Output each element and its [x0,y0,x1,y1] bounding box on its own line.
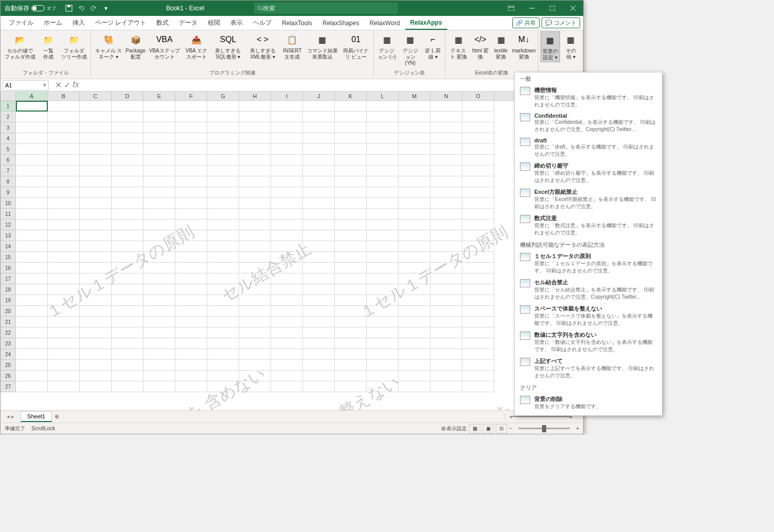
cell[interactable] [303,230,335,241]
cell[interactable] [399,219,430,230]
cell[interactable] [207,166,239,176]
cell[interactable] [303,155,335,166]
cell[interactable] [239,338,271,349]
cell[interactable] [303,371,335,381]
cell[interactable] [48,371,80,381]
cell[interactable] [143,317,175,327]
cell[interactable] [462,122,494,133]
tab-数式[interactable]: 数式 [151,16,174,30]
cell[interactable] [112,122,143,133]
comment-button[interactable]: 💬 コメント [542,17,580,28]
cell[interactable] [367,284,399,295]
cell[interactable] [239,230,271,241]
cell[interactable] [16,263,48,273]
tab-ページ レイアウト[interactable]: ページ レイアウト [90,16,151,30]
cell[interactable] [367,230,399,241]
cell[interactable] [48,122,80,133]
cell[interactable] [462,112,494,122]
cell[interactable] [399,327,430,338]
cell[interactable] [303,241,335,252]
cell[interactable] [143,241,175,252]
cell[interactable] [271,252,303,263]
ribbon-display-icon[interactable] [501,1,521,16]
row-header[interactable]: 25 [1,360,16,371]
cell[interactable] [48,230,80,241]
cell[interactable] [207,133,239,144]
cell[interactable] [143,295,175,306]
zoom-in-icon[interactable]: + [576,426,579,431]
cell[interactable] [367,252,399,263]
cell[interactable] [80,284,112,295]
cell[interactable] [80,219,112,230]
cell[interactable] [112,338,143,349]
cell[interactable] [239,219,271,230]
tab-RelaxTools[interactable]: RelaxTools [277,17,317,29]
cell[interactable] [16,284,48,295]
ribbon-folder-list[interactable]: 📁一覧 作成 [39,31,58,61]
cell[interactable] [112,263,143,273]
ribbon-vba-export[interactable]: 📤VBA エクスポート [183,31,210,61]
cell[interactable] [80,252,112,263]
cell[interactable] [112,317,143,327]
enter-icon[interactable]: ✓ [64,80,70,90]
maximize-icon[interactable] [542,1,563,16]
cell[interactable] [239,122,271,133]
cell[interactable] [335,133,367,144]
name-box[interactable]: A1▾ [3,80,49,90]
dropdown-item[interactable]: スペースで体裁を整えない背景に「スペースで体裁を整えない」を表示する機能です。 … [515,303,662,329]
spreadsheet-grid[interactable]: ABCDEFGHIJKLMNO 123456789101112131415161… [1,91,583,410]
cell[interactable] [303,187,335,198]
cell[interactable] [80,133,112,144]
ribbon-text[interactable]: ▦テキスト 変換 [447,31,470,61]
cell[interactable] [399,252,430,263]
cell[interactable] [303,144,335,155]
row-header[interactable]: 10 [1,198,16,209]
cell[interactable] [48,166,80,176]
cell[interactable] [16,133,48,144]
cell[interactable] [239,166,271,176]
page-break-icon[interactable]: ⊟ [496,424,507,433]
cell[interactable] [80,273,112,284]
row-header[interactable]: 19 [1,295,16,306]
cell[interactable] [175,306,207,317]
cell[interactable] [399,317,430,327]
cell[interactable] [175,101,207,112]
cell[interactable] [430,144,462,155]
cell[interactable] [462,327,494,338]
cell[interactable] [462,230,494,241]
cell[interactable] [462,176,494,187]
cell[interactable] [430,101,462,112]
cell[interactable] [462,252,494,263]
dropdown-item[interactable]: 締め切り厳守背景に「締め切り厳守」を表示する機能です。 印刷はされませんので注意… [515,160,662,186]
row-header[interactable]: 22 [1,327,16,338]
cell[interactable] [335,219,367,230]
cell[interactable] [48,101,80,112]
cell[interactable] [303,263,335,273]
cell[interactable] [143,209,175,219]
cell[interactable] [271,371,303,381]
row-header[interactable]: 24 [1,349,16,360]
cell[interactable] [143,166,175,176]
cell[interactable] [430,209,462,219]
cell[interactable] [175,295,207,306]
cell[interactable] [367,166,399,176]
cell[interactable] [367,360,399,371]
cell[interactable] [112,360,143,371]
cell[interactable] [207,273,239,284]
cell[interactable] [303,252,335,263]
ribbon-dec-yn[interactable]: ▦デシジョン (YN) [399,31,422,67]
cell[interactable] [80,155,112,166]
cell[interactable] [175,144,207,155]
cell[interactable] [80,209,112,219]
row-header[interactable]: 7 [1,166,16,176]
cell[interactable] [430,263,462,273]
cell[interactable] [80,166,112,176]
cell[interactable] [430,198,462,209]
cell[interactable] [303,317,335,327]
row-header[interactable]: 9 [1,187,16,198]
cell[interactable] [271,284,303,295]
cell[interactable] [430,112,462,122]
cell[interactable] [462,338,494,349]
cell[interactable] [399,338,430,349]
tab-ファイル[interactable]: ファイル [4,16,39,30]
